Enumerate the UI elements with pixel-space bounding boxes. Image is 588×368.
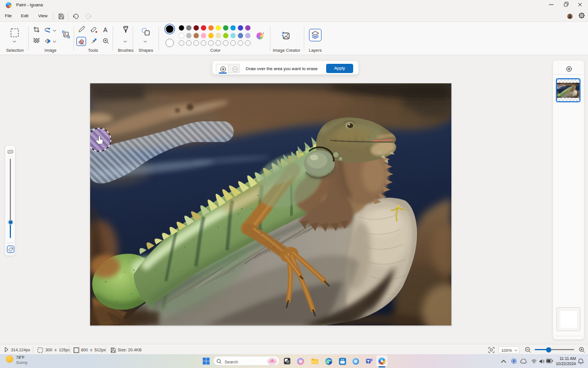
svg-text:A: A — [103, 27, 108, 33]
